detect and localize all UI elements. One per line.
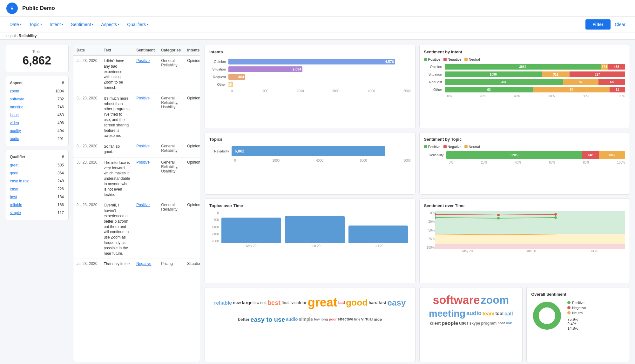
clear-filter-button[interactable]: Clear xyxy=(612,19,629,30)
filter-qualifiers[interactable]: Qualifiers ▾ xyxy=(124,20,152,29)
si-positive-seg: 304 xyxy=(445,79,563,85)
word-cloud-word[interactable]: clear xyxy=(296,300,307,306)
app-title: Public Demo xyxy=(22,5,55,11)
table-col-text: Text xyxy=(100,45,133,56)
word-cloud-word[interactable]: few xyxy=(314,317,320,321)
word-cloud-word[interactable]: long xyxy=(321,317,328,321)
word-cloud-word[interactable]: audio xyxy=(286,317,298,322)
aspect-label[interactable]: quality xyxy=(10,129,21,133)
date-cell: Jul 23, 2020 xyxy=(73,56,100,93)
word-cloud-word[interactable]: easy xyxy=(388,298,406,308)
qualifier-label[interactable]: easy xyxy=(10,187,18,191)
time-x-axis: May 20Jun 20Jul 20 xyxy=(219,243,411,248)
word-cloud-word[interactable]: host xyxy=(497,321,505,325)
word-cloud-word[interactable]: skype xyxy=(469,321,480,326)
donut-positive-label: Positive xyxy=(572,301,584,305)
word-cloud-word[interactable]: poor xyxy=(329,317,337,321)
word-cloud-word[interactable]: real xyxy=(260,301,267,305)
filter-aspects[interactable]: Aspects ▾ xyxy=(98,20,123,29)
word-cloud-word[interactable]: user xyxy=(459,320,469,326)
word-cloud-word[interactable]: team xyxy=(483,311,494,317)
word-cloud-word[interactable]: great xyxy=(308,295,337,310)
sentiment-cell: Positive xyxy=(133,157,158,200)
word-cloud-word[interactable]: program xyxy=(481,321,497,326)
word-cloud-word[interactable]: people xyxy=(442,320,458,326)
aspect-label[interactable]: audio xyxy=(10,137,19,141)
intent-bar-label: Request xyxy=(209,75,228,79)
sentiment-link[interactable]: Positive xyxy=(136,58,150,63)
texts-label: Texts xyxy=(10,50,64,54)
si-bar: 304 92 68 xyxy=(445,79,625,85)
word-cloud-word[interactable]: effective xyxy=(338,317,353,321)
qualifier-label[interactable]: good xyxy=(10,171,18,175)
positive-pct: 75.9% xyxy=(567,317,586,322)
aspect-label[interactable]: meeting xyxy=(10,105,24,109)
word-cloud-word[interactable]: better xyxy=(238,317,249,322)
aspect-label[interactable]: video xyxy=(10,121,19,125)
intents-axis: 010002000300040005000 xyxy=(209,89,411,93)
intents-cell: Opinion xyxy=(184,141,200,158)
word-cloud-word[interactable]: call xyxy=(504,311,513,317)
topics-over-time-card: Topics over Time 2800210014007000 May 20… xyxy=(205,199,415,283)
aspect-label[interactable]: issue xyxy=(10,113,19,117)
categories-cell: General, Reliability, Usability xyxy=(158,93,184,141)
intents-cell: Opinion xyxy=(184,200,200,259)
filter-topic[interactable]: Topic ▾ xyxy=(26,20,45,29)
word-cloud-word[interactable]: low xyxy=(253,301,259,305)
neutral-pct: 14.8% xyxy=(567,326,586,331)
qualifier-label[interactable]: great xyxy=(10,163,18,167)
aspect-label[interactable]: software xyxy=(10,97,24,101)
word-cloud-word[interactable]: tool xyxy=(495,311,503,316)
apply-filter-button[interactable]: Filter xyxy=(585,19,610,30)
texts-value: 6,862 xyxy=(10,54,64,67)
aspect-label[interactable]: zoom xyxy=(10,89,19,93)
word-cloud-word[interactable]: virtual xyxy=(361,317,373,321)
word-cloud-word[interactable]: audio xyxy=(466,310,482,317)
sentiment-link[interactable]: Positive xyxy=(136,144,150,148)
legend-positive-label: Positive xyxy=(428,57,441,61)
word-cloud-word[interactable]: large xyxy=(242,300,252,306)
sentiment-link[interactable]: Positive xyxy=(136,203,150,207)
intent-bar-row: Opinion 4,576 xyxy=(209,59,411,64)
data-table-panel: DateTextSentimentCategoriesIntents Jul 2… xyxy=(73,45,200,362)
qualifier-label[interactable]: easy to use xyxy=(10,179,29,183)
sentiment-link[interactable]: Positive xyxy=(136,96,150,100)
word-cloud-word[interactable]: simple xyxy=(299,317,313,322)
word-cloud-word[interactable]: best xyxy=(267,299,280,307)
app-logo xyxy=(6,3,18,14)
filter-sentiment[interactable]: Sentiment ▾ xyxy=(68,20,97,29)
word-cloud-word[interactable]: meeting xyxy=(429,308,465,319)
sentiment-by-topic-card: Sentiment by Topic Positive Negative Neu… xyxy=(419,132,630,195)
word-cloud-word[interactable]: client xyxy=(430,321,441,326)
word-cloud-word[interactable]: fine xyxy=(354,317,361,321)
word-cloud-word[interactable]: link xyxy=(506,321,512,325)
word-cloud-word[interactable]: first xyxy=(281,300,289,305)
word-cloud-word[interactable]: bad xyxy=(338,300,345,305)
word-cloud-word[interactable]: hard xyxy=(368,300,377,305)
word-cloud-word[interactable]: software xyxy=(433,293,480,307)
intent-bar-value: 128 xyxy=(226,83,232,86)
word-cloud-word[interactable]: fast xyxy=(379,300,387,306)
sentiment-link[interactable]: Positive xyxy=(136,160,150,165)
word-cloud-word[interactable]: reliable xyxy=(214,300,232,306)
filter-date[interactable]: Date ▾ xyxy=(6,20,25,29)
aspect-count: 1004 xyxy=(55,89,64,93)
neutral-dot xyxy=(464,58,468,61)
intent-bar-fill: 464 xyxy=(228,74,245,80)
filter-intent[interactable]: Intent ▾ xyxy=(46,20,66,29)
sentiment-by-topic-title: Sentiment by Topic xyxy=(424,137,625,142)
word-cloud-word[interactable]: nice xyxy=(374,317,382,322)
intent-bar-container: 2,034 xyxy=(228,66,411,72)
word-cloud-word[interactable]: good xyxy=(346,297,368,308)
qualifier-label[interactable]: best xyxy=(10,195,17,199)
sentiment-link[interactable]: Negative xyxy=(136,261,151,266)
word-cloud-word[interactable]: zoom xyxy=(481,293,509,307)
word-cloud-word[interactable]: live xyxy=(290,301,295,305)
qualifier-label[interactable]: reliable xyxy=(10,203,22,207)
qualifier-count: 248 xyxy=(57,179,64,183)
word-cloud-word[interactable]: easy to use xyxy=(250,316,285,323)
qualifier-label[interactable]: simple xyxy=(10,211,21,215)
ts-neutral-seg: 1015 xyxy=(599,151,625,159)
word-cloud-word[interactable]: new xyxy=(233,300,241,305)
chevron-down-icon: ▾ xyxy=(62,23,63,26)
